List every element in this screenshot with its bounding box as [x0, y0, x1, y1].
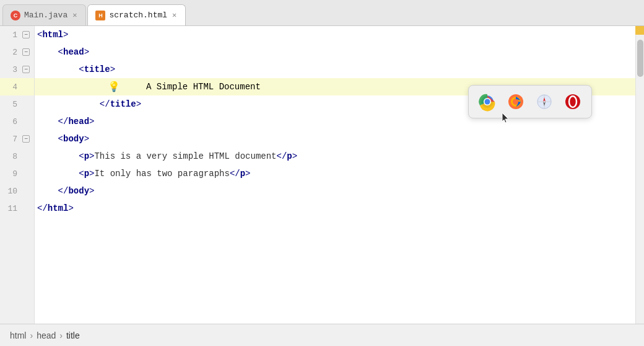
line-content-text-3: <title> — [79, 64, 115, 74]
line-content-text-6: </head> — [58, 117, 95, 126]
chrome-button[interactable] — [476, 91, 498, 113]
line-content-text-7: <body> — [58, 134, 89, 144]
code-line-2: <head> — [35, 43, 635, 61]
line-content-text-11: </html> — [37, 203, 74, 213]
editor-container: 1−2−3−4567−891011 <html> <head> <title> … — [0, 26, 644, 324]
mouse-cursor — [501, 112, 510, 124]
tab-main-java-label: Main.java — [24, 11, 67, 20]
line-number-5: 5 — [0, 100, 20, 109]
html-icon: H — [95, 11, 105, 20]
fold-cell-2: − — [20, 48, 32, 56]
code-line-10: </body> — [35, 182, 635, 200]
gutter-row-9: 9 — [0, 165, 34, 182]
gutter-row-6: 6 — [0, 113, 34, 130]
breadcrumb-title: title — [66, 330, 80, 340]
browser-popup — [468, 85, 592, 118]
line-number-1: 1 — [0, 30, 20, 40]
code-line-11: </html> — [35, 200, 635, 217]
gutter-row-4: 4 — [0, 78, 34, 95]
lightbulb-icon[interactable]: 💡 — [108, 81, 120, 93]
tab-main-java-close[interactable]: ✕ — [71, 11, 78, 20]
line-content-text-9: <p>It only has two paragraphs</p> — [79, 169, 250, 179]
code-line-7: <body> — [35, 130, 635, 148]
code-line-3: <title> — [35, 61, 635, 78]
svg-marker-16 — [502, 113, 508, 123]
code-area[interactable]: <html> <head> <title> 💡 A Simple HTML Do… — [35, 26, 635, 324]
scrollbar-marker — [635, 26, 644, 35]
fold-cell-1: − — [20, 31, 32, 38]
fold-icon-2[interactable]: − — [22, 48, 30, 56]
line-number-7: 7 — [0, 135, 20, 144]
tab-main-java[interactable]: C Main.java ✕ — [2, 4, 86, 25]
line-number-9: 9 — [0, 169, 20, 179]
line-content-text-8: <p>This is a very simple HTML document</… — [79, 151, 297, 161]
gutter-row-8: 8 — [0, 148, 34, 165]
code-line-8: <p>This is a very simple HTML document</… — [35, 148, 635, 165]
line-content-text-5: </title> — [100, 99, 141, 109]
line-number-6: 6 — [0, 117, 20, 126]
breadcrumb-head: head — [37, 330, 56, 340]
line-content-text-2: <head> — [58, 47, 89, 57]
gutter-row-7: 7− — [0, 130, 34, 148]
line-number-10: 10 — [0, 187, 20, 196]
tab-scratch-html[interactable]: H scratch.html ✕ — [87, 4, 186, 25]
java-icon: C — [11, 11, 20, 20]
firefox-button[interactable] — [505, 91, 527, 113]
code-line-1: <html> — [35, 26, 635, 43]
status-bar: html › head › title — [0, 324, 644, 346]
gutter-row-3: 3− — [0, 61, 34, 78]
line-content-text-4: A Simple HTML Document — [125, 82, 260, 92]
tab-scratch-html-label: scratch.html — [109, 11, 167, 20]
tab-scratch-html-close[interactable]: ✕ — [171, 11, 178, 20]
scrollbar[interactable] — [635, 26, 644, 324]
fold-cell-3: − — [20, 66, 32, 73]
breadcrumb-html: html — [10, 330, 26, 340]
gutter-row-11: 11 — [0, 200, 34, 217]
line-number-2: 2 — [0, 48, 20, 57]
scrollbar-thumb[interactable] — [637, 40, 643, 77]
gutter-row-1: 1− — [0, 26, 34, 43]
fold-icon-7[interactable]: − — [22, 135, 30, 143]
line-number-4: 4 — [0, 82, 20, 92]
breadcrumb-sep-1: › — [30, 330, 33, 340]
fold-cell-7: − — [20, 135, 32, 143]
gutter-row-5: 5 — [0, 95, 34, 113]
safari-button[interactable] — [533, 91, 555, 113]
fold-icon-3[interactable]: − — [22, 66, 30, 73]
line-content-text-1: <html> — [37, 30, 68, 40]
line-number-8: 8 — [0, 152, 20, 161]
gutter-row-2: 2− — [0, 43, 34, 61]
gutter: 1−2−3−4567−891011 — [0, 26, 35, 324]
svg-point-4 — [485, 99, 490, 105]
line-content-text-10: </body> — [58, 186, 95, 196]
tab-bar: C Main.java ✕ H scratch.html ✕ — [0, 0, 644, 26]
gutter-row-10: 10 — [0, 182, 34, 200]
line-number-11: 11 — [0, 204, 20, 213]
opera-button[interactable] — [562, 91, 584, 113]
breadcrumb-sep-2: › — [59, 330, 63, 340]
fold-icon-1[interactable]: − — [22, 31, 30, 38]
code-line-9: <p>It only has two paragraphs</p> — [35, 165, 635, 182]
line-number-3: 3 — [0, 65, 20, 74]
